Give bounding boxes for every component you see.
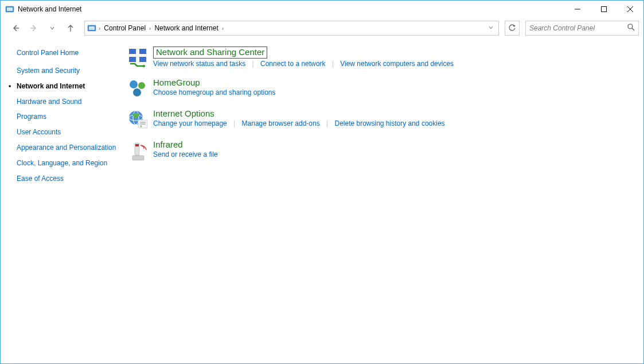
category-links: Change your homepage | Manage browser ad… [153, 119, 632, 127]
sidebar-item-programs[interactable]: Programs [17, 112, 123, 122]
sidebar-item-network-internet[interactable]: Network and Internet [17, 82, 123, 91]
svg-rect-15 [129, 57, 136, 62]
breadcrumb-control-panel[interactable]: Control Panel [102, 24, 148, 32]
category-homegroup: HomeGroup Choose homegroup and sharing o… [127, 78, 632, 100]
category-links: Choose homegroup and sharing options [153, 88, 632, 96]
window-title: Network and Internet [18, 5, 81, 13]
breadcrumb-separator[interactable]: › [148, 25, 152, 32]
change-homepage-link[interactable]: Change your homepage [153, 119, 227, 127]
delete-history-link[interactable]: Delete browsing history and cookies [334, 119, 444, 127]
sidebar-item-user-accounts[interactable]: User Accounts [17, 127, 123, 137]
category-body: HomeGroup Choose homegroup and sharing o… [153, 78, 632, 100]
svg-point-19 [138, 82, 145, 89]
address-dropdown[interactable] [486, 24, 496, 32]
svg-rect-3 [602, 7, 607, 12]
svg-line-12 [632, 28, 634, 30]
up-button[interactable] [63, 20, 79, 36]
back-button[interactable] [7, 20, 24, 36]
breadcrumb-separator[interactable]: › [221, 25, 225, 32]
svg-point-17 [143, 65, 145, 67]
close-button[interactable] [617, 1, 643, 18]
main-panel: Network and Sharing Center View network … [123, 38, 643, 363]
network-sharing-icon [127, 47, 150, 69]
category-infrared: Infrared Send or receive a file [127, 140, 632, 162]
internet-options-icon [127, 109, 150, 131]
view-network-status-link[interactable]: View network status and tasks [153, 60, 245, 68]
forward-button[interactable] [26, 20, 42, 36]
search-icon[interactable] [627, 24, 635, 33]
control-panel-home-link[interactable]: Control Panel Home [17, 49, 123, 57]
maximize-button[interactable] [591, 1, 617, 18]
internet-options-title[interactable]: Internet Options [153, 109, 214, 118]
category-body: Infrared Send or receive a file [153, 140, 632, 162]
svg-rect-30 [132, 156, 144, 160]
sidebar: Control Panel Home System and Security N… [1, 38, 123, 363]
location-icon [87, 24, 96, 33]
sidebar-item-hardware-sound[interactable]: Hardware and Sound [17, 97, 123, 107]
homegroup-icon [127, 78, 150, 100]
category-network-sharing: Network and Sharing Center View network … [127, 47, 632, 69]
category-internet-options: Internet Options Change your homepage | … [127, 109, 632, 131]
sidebar-item-clock-language[interactable]: Clock, Language, and Region [17, 158, 123, 168]
svg-rect-1 [7, 7, 13, 11]
category-links: View network status and tasks | Connect … [153, 60, 632, 68]
control-panel-icon [5, 5, 14, 14]
titlebar: Network and Internet [1, 1, 643, 18]
search-input[interactable] [529, 24, 627, 32]
sidebar-item-system-security[interactable]: System and Security [17, 66, 123, 76]
sidebar-item-appearance[interactable]: Appearance and Personalization [17, 143, 123, 153]
category-links: Send or receive a file [153, 150, 632, 158]
minimize-button[interactable] [564, 1, 591, 18]
svg-rect-16 [139, 57, 146, 62]
refresh-button[interactable] [505, 21, 520, 36]
svg-rect-14 [139, 49, 146, 54]
infrared-title[interactable]: Infrared [153, 140, 183, 149]
navbar: › Control Panel › Network and Internet › [1, 18, 643, 38]
svg-point-11 [628, 24, 633, 29]
svg-rect-10 [89, 26, 95, 30]
homegroup-title[interactable]: HomeGroup [153, 78, 200, 87]
sidebar-item-ease-of-access[interactable]: Ease of Access [17, 174, 123, 184]
svg-rect-29 [135, 144, 139, 146]
category-body: Network and Sharing Center View network … [153, 47, 632, 69]
homegroup-options-link[interactable]: Choose homegroup and sharing options [153, 88, 275, 96]
svg-point-20 [133, 88, 141, 96]
network-sharing-center-title[interactable]: Network and Sharing Center [153, 47, 267, 59]
svg-rect-13 [129, 49, 136, 54]
search-box[interactable] [525, 21, 639, 36]
address-bar[interactable]: › Control Panel › Network and Internet › [84, 21, 499, 36]
svg-point-18 [130, 80, 138, 88]
category-body: Internet Options Change your homepage | … [153, 109, 632, 131]
infrared-icon [127, 140, 150, 162]
breadcrumb-separator[interactable]: › [97, 25, 102, 32]
send-receive-file-link[interactable]: Send or receive a file [153, 150, 218, 158]
manage-addons-link[interactable]: Manage browser add-ons [242, 119, 320, 127]
breadcrumb-network-internet[interactable]: Network and Internet [152, 24, 220, 32]
connect-network-link[interactable]: Connect to a network [260, 60, 325, 68]
recent-dropdown[interactable] [44, 20, 60, 36]
content-area: Control Panel Home System and Security N… [1, 38, 643, 363]
view-computers-devices-link[interactable]: View network computers and devices [340, 60, 454, 68]
